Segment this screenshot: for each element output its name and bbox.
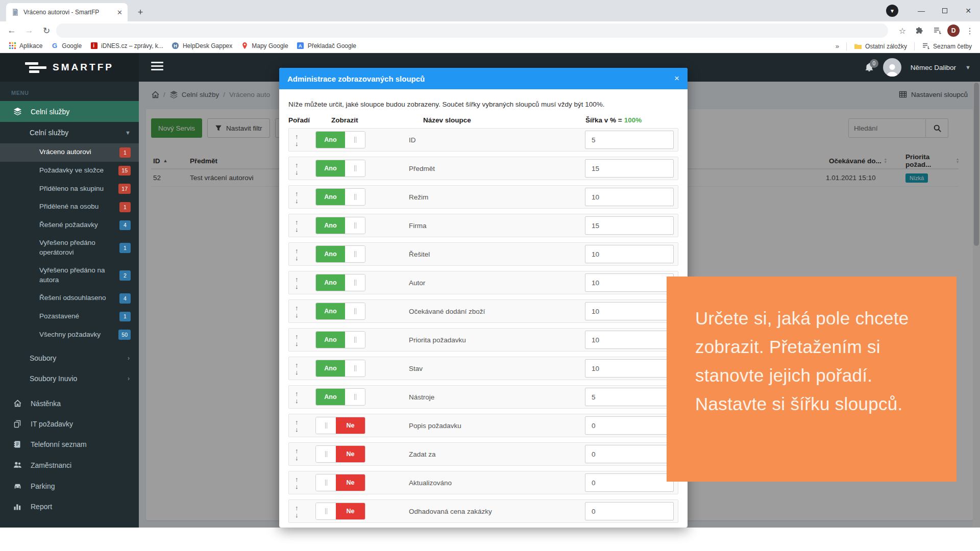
bookmark-item[interactable]: G Google: [46, 41, 86, 51]
back-icon[interactable]: ←: [4, 23, 19, 38]
sidebar-sub-item[interactable]: Řešené požadavky 4: [0, 216, 139, 235]
show-toggle[interactable]: Ne: [315, 474, 365, 491]
move-up-icon[interactable]: ↑: [295, 505, 299, 511]
bookmark-star-icon[interactable]: ☆: [895, 23, 910, 38]
sidebar-item[interactable]: IT požadavky: [0, 414, 139, 434]
minimize-button[interactable]: —: [910, 2, 933, 19]
forward-icon[interactable]: →: [21, 23, 37, 38]
column-width-input[interactable]: [585, 216, 674, 235]
column-width-input[interactable]: [585, 388, 674, 406]
address-bar[interactable]: [56, 23, 888, 38]
show-toggle[interactable]: Ano: [315, 160, 365, 177]
sidebar-sub-item[interactable]: Požadavky ve složce 15: [0, 162, 139, 180]
column-width-input[interactable]: [585, 359, 674, 378]
sidebar-section-celni-sluzby[interactable]: Celní služby ▼: [0, 122, 139, 143]
restore-button[interactable]: [933, 2, 957, 19]
move-down-icon[interactable]: ↓: [295, 426, 299, 433]
show-toggle[interactable]: Ano: [315, 303, 365, 320]
sidebar-toggle-icon[interactable]: [151, 62, 163, 70]
browser-profile-avatar[interactable]: D: [947, 24, 960, 37]
notifications-button[interactable]: 0: [865, 63, 874, 72]
sidebar-item-celni-sluzby[interactable]: Celní služby: [0, 101, 139, 122]
show-toggle[interactable]: Ano: [315, 274, 365, 291]
move-up-icon[interactable]: ↑: [295, 390, 299, 397]
bookmark-item[interactable]: H HelpDesk Gappex: [167, 41, 236, 51]
move-up-icon[interactable]: ↑: [295, 447, 299, 454]
new-tab-button[interactable]: +: [134, 6, 147, 19]
show-toggle[interactable]: Ano: [315, 245, 365, 263]
move-up-icon[interactable]: ↑: [295, 219, 299, 226]
tab-close-icon[interactable]: ✕: [117, 9, 122, 16]
sidebar-sub-item[interactable]: Vyřešeno předáno na autora 2: [0, 262, 139, 289]
sidebar-item[interactable]: Zaměstnanci: [0, 455, 139, 475]
move-up-icon[interactable]: ↑: [295, 305, 299, 311]
move-down-icon[interactable]: ↓: [295, 140, 299, 147]
move-up-icon[interactable]: ↑: [295, 476, 299, 483]
column-width-input[interactable]: [585, 502, 674, 520]
column-width-input[interactable]: [585, 331, 674, 349]
sidebar-sub-item[interactable]: Vyřešeno předáno operátorovi 1: [0, 234, 139, 262]
column-width-input[interactable]: [585, 473, 674, 492]
move-down-icon[interactable]: ↓: [295, 169, 299, 176]
column-width-input[interactable]: [585, 159, 674, 178]
show-toggle[interactable]: Ne: [315, 503, 365, 520]
sidebar-collapsed-item[interactable]: Soubory ›: [0, 348, 139, 368]
show-toggle[interactable]: Ne: [315, 417, 365, 434]
move-down-icon[interactable]: ↓: [295, 197, 299, 204]
move-up-icon[interactable]: ↑: [295, 162, 299, 168]
move-down-icon[interactable]: ↓: [295, 283, 299, 290]
extensions-puzzle-icon[interactable]: [913, 23, 927, 38]
column-width-input[interactable]: [585, 416, 674, 435]
show-toggle[interactable]: Ano: [315, 388, 365, 406]
modal-close-icon[interactable]: ×: [674, 73, 679, 84]
bookmarks-overflow-icon[interactable]: »: [831, 42, 843, 50]
sidebar-item[interactable]: Nástěnka: [0, 393, 139, 414]
browser-tab[interactable]: Vráceno autorovi - SmartFP ✕: [6, 3, 128, 21]
bookmark-item[interactable]: A Překladač Google: [292, 41, 360, 51]
show-toggle[interactable]: Ano: [315, 188, 365, 206]
move-up-icon[interactable]: ↑: [295, 276, 299, 283]
show-toggle[interactable]: Ano: [315, 360, 365, 377]
sidebar-collapsed-item[interactable]: Soubory Inuvio ›: [0, 368, 139, 389]
bookmark-item[interactable]: Aplikace: [4, 41, 46, 51]
column-width-input[interactable]: [585, 245, 674, 263]
other-bookmarks-button[interactable]: Ostatní záložky: [850, 41, 911, 52]
sidebar-sub-item[interactable]: Všechny požadavky 50: [0, 325, 139, 344]
sidebar-sub-item[interactable]: Přiděleno na skupinu 17: [0, 180, 139, 198]
reading-list-icon[interactable]: [930, 23, 944, 38]
move-up-icon[interactable]: ↑: [295, 247, 299, 254]
reload-icon[interactable]: ↻: [39, 23, 54, 38]
move-down-icon[interactable]: ↓: [295, 397, 299, 404]
sidebar-item[interactable]: Parking: [0, 475, 139, 496]
show-toggle[interactable]: Ne: [315, 445, 365, 463]
move-up-icon[interactable]: ↑: [295, 190, 299, 197]
sidebar-item[interactable]: Telefonní seznam: [0, 434, 139, 455]
sidebar-item[interactable]: Report: [0, 496, 139, 517]
sidebar-sub-item[interactable]: Pozastavené 1: [0, 308, 139, 326]
move-down-icon[interactable]: ↓: [295, 255, 299, 261]
move-up-icon[interactable]: ↑: [295, 333, 299, 340]
sidebar-sub-item[interactable]: Vráceno autorovi 1: [0, 143, 139, 162]
move-down-icon[interactable]: ↓: [295, 512, 299, 518]
move-down-icon[interactable]: ↓: [295, 369, 299, 375]
move-up-icon[interactable]: ↑: [295, 419, 299, 425]
close-window-button[interactable]: ✕: [957, 2, 980, 19]
move-down-icon[interactable]: ↓: [295, 226, 299, 233]
bookmark-item[interactable]: i iDNES.cz – zprávy, k...: [86, 41, 167, 51]
move-up-icon[interactable]: ↑: [295, 362, 299, 368]
show-toggle[interactable]: Ano: [315, 331, 365, 348]
move-down-icon[interactable]: ↓: [295, 483, 299, 490]
column-width-input[interactable]: [585, 445, 674, 463]
column-width-input[interactable]: [585, 302, 674, 320]
move-up-icon[interactable]: ↑: [295, 133, 299, 140]
show-toggle[interactable]: Ano: [315, 217, 365, 234]
reading-list-button[interactable]: Seznam četby: [918, 41, 976, 52]
move-down-icon[interactable]: ↓: [295, 340, 299, 347]
column-width-input[interactable]: [585, 188, 674, 206]
move-down-icon[interactable]: ↓: [295, 312, 299, 318]
sidebar-sub-item[interactable]: Řešení odsouhlaseno 4: [0, 289, 139, 308]
sidebar-sub-item[interactable]: Přidělené na osobu 1: [0, 198, 139, 216]
user-menu-chevron-icon[interactable]: ▼: [965, 64, 971, 70]
kebab-menu-icon[interactable]: ⋮: [963, 23, 977, 38]
column-width-input[interactable]: [585, 131, 674, 149]
